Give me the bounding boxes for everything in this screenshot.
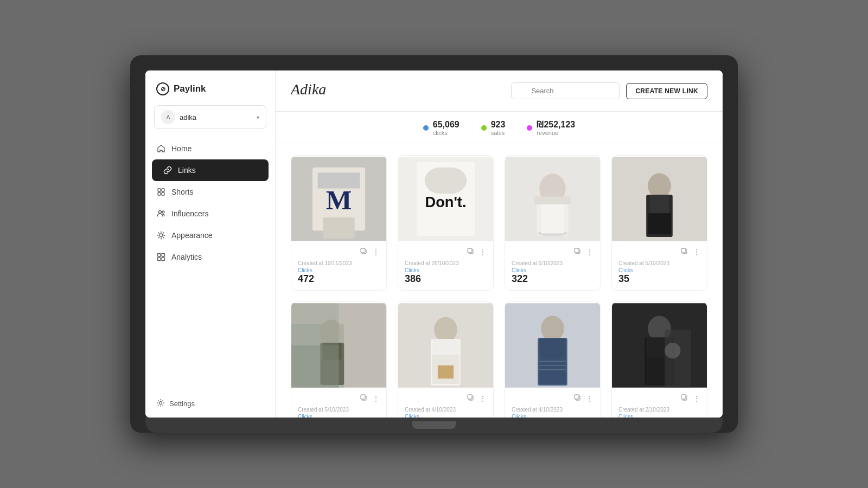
copy-icon[interactable] [467,248,475,257]
card-footer: ⋮ Created at 5/10/2023 Clicks 253 [291,389,386,418]
analytics-icon [156,252,166,262]
sidebar-home-label: Home [171,144,192,153]
more-icon[interactable]: ⋮ [479,394,487,403]
svg-rect-28 [468,248,472,253]
card-clicks-label: Clicks [298,414,380,418]
card-date: Created at 19/11/2023 [298,260,380,266]
revenue-dot [527,125,532,131]
more-icon[interactable]: ⋮ [693,394,700,403]
account-selector[interactable]: A adika ▾ [154,105,266,129]
copy-icon[interactable] [360,394,368,403]
copy-icon[interactable] [467,394,475,403]
card-date: Created at 6/10/2023 [512,260,593,266]
copy-icon[interactable] [681,394,688,403]
sidebar-item-links[interactable]: Links [152,159,269,181]
svg-rect-32 [534,196,571,204]
svg-text:Adika: Adika [291,81,326,98]
card-date: Created at 2/10/2023 [618,407,700,413]
svg-rect-64 [539,338,566,358]
avatar: A [161,110,175,124]
svg-rect-60 [468,395,472,399]
topbar-actions: CREATE NEW LINK [511,82,707,99]
logo-icon: ⊘ [156,82,169,95]
svg-rect-58 [438,365,454,378]
link-card[interactable]: ⋮ Created at 5/10/2023 Clicks 35 [611,155,707,291]
card-actions: ⋮ [405,394,487,403]
link-card[interactable]: M ⋮ [291,155,387,291]
more-icon[interactable]: ⋮ [372,394,380,403]
account-name: adika [180,113,252,121]
links-grid-area: M ⋮ [276,144,723,418]
card-clicks-num: 322 [512,273,593,285]
app-name: Paylink [174,84,206,94]
svg-rect-50 [291,345,339,388]
sidebar-appearance-label: Appearance [171,231,213,240]
svg-rect-40 [650,195,669,213]
create-new-link-button[interactable]: CREATE NEW LINK [626,83,707,99]
card-date: Created at 4/10/2023 [405,407,487,413]
link-card[interactable]: ⋮ Created at 6/10/2023 Clicks 322 [505,155,601,291]
links-icon [163,165,173,175]
copy-icon[interactable] [574,394,582,403]
card-date: Created at 26/10/2023 [405,260,487,266]
copy-icon[interactable] [681,248,688,257]
more-icon[interactable]: ⋮ [479,248,487,257]
stat-revenue: ₪252,123 revenue [527,119,575,136]
svg-rect-36 [575,248,579,253]
svg-point-77 [665,343,680,358]
settings-item[interactable]: Settings [145,390,275,418]
sales-value: 923 [491,120,506,130]
svg-rect-76 [665,330,691,388]
card-clicks-num: 35 [618,273,700,285]
more-icon[interactable]: ⋮ [586,394,593,403]
app-logo: ⊘ Paylink [145,70,275,105]
svg-point-38 [648,173,671,198]
sidebar-influencers-label: Influencers [171,209,208,218]
sidebar-item-home[interactable]: Home [145,138,275,159]
revenue-label: revenue [537,130,575,136]
card-actions: ⋮ [405,248,487,257]
appearance-icon [156,230,166,240]
sidebar-item-shorts[interactable]: Shorts [145,181,275,203]
svg-point-4 [159,211,162,214]
sidebar-item-appearance[interactable]: Appearance [145,224,275,246]
search-input[interactable] [511,82,620,99]
card-image [398,302,493,389]
link-card[interactable]: ⋮ Created at 4/10/2023 Clicks 419 [398,301,494,418]
svg-rect-7 [158,254,161,257]
link-card[interactable]: ⋮ Created at 4/10/2023 Clicks 418 [505,301,601,418]
sidebar-shorts-label: Shorts [171,188,193,196]
card-actions: ⋮ [512,394,593,403]
card-footer: ⋮ Created at 4/10/2023 Clicks 419 [398,389,493,418]
card-footer: ⋮ Created at 26/10/2023 Clicks 386 [398,242,493,290]
svg-rect-10 [162,258,165,261]
svg-rect-79 [681,395,686,399]
link-card[interactable]: ⋮ Created at 5/10/2023 Clicks 253 [291,301,387,418]
card-clicks-label: Clicks [512,414,593,418]
more-icon[interactable]: ⋮ [586,248,593,257]
card-actions: ⋮ [618,394,700,403]
sidebar-item-analytics[interactable]: Analytics [145,246,275,268]
copy-icon[interactable] [574,248,582,257]
card-clicks-num: 386 [405,273,487,285]
link-card[interactable]: ⋮ Created at 2/10/2023 Clicks 433 [611,301,707,418]
card-image [505,156,600,242]
topbar: Adika CREATE NEW LINK [276,70,723,112]
link-card[interactable]: Don't. ⋮ Created at 26/10/202 [398,155,494,291]
card-clicks-num: 472 [298,273,380,285]
card-image: Don't. [398,156,493,242]
card-date: Created at 4/10/2023 [512,407,593,413]
card-date: Created at 5/10/2023 [298,407,380,413]
card-clicks-label: Clicks [405,414,487,418]
svg-rect-2 [158,192,161,195]
sidebar-nav: Home Links [145,138,275,268]
card-actions: ⋮ [618,248,700,257]
more-icon[interactable]: ⋮ [693,248,700,257]
sidebar-item-influencers[interactable]: Influencers [145,203,275,224]
svg-rect-34 [541,204,564,233]
copy-icon[interactable] [360,248,368,257]
more-icon[interactable]: ⋮ [372,248,380,257]
svg-rect-3 [162,192,164,195]
svg-rect-70 [575,395,579,399]
card-actions: ⋮ [298,248,380,257]
